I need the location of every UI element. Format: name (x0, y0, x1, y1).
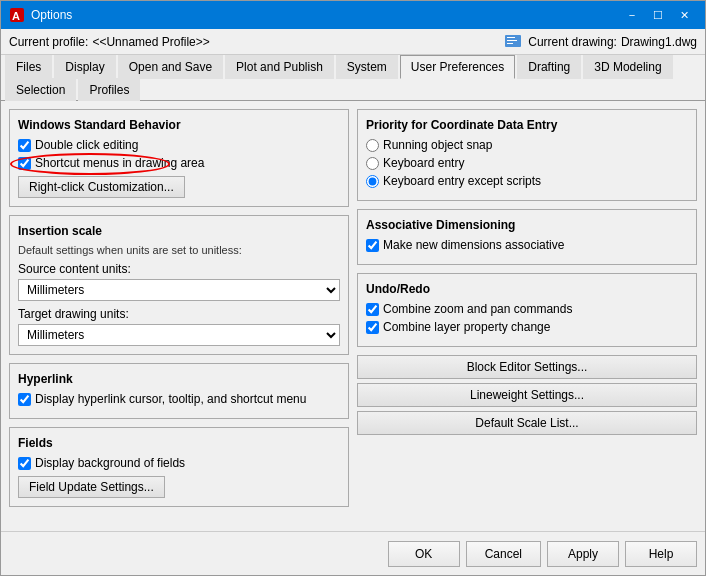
keyboard-radio[interactable] (366, 157, 379, 170)
insertion-scale-section: Insertion scale Default settings when un… (9, 215, 349, 355)
close-button[interactable]: ✕ (671, 5, 697, 25)
fields-section: Fields Display background of fields Fiel… (9, 427, 349, 507)
keyboard-label[interactable]: Keyboard entry (383, 156, 464, 170)
options-window: A Options − ☐ ✕ Current profile: <<Unnam… (0, 0, 706, 576)
shortcut-menus-checkbox[interactable] (18, 157, 31, 170)
double-click-row: Double click editing (18, 138, 340, 152)
insertion-scale-subtitle: Default settings when units are set to u… (18, 244, 340, 256)
current-profile-value: <<Unnamed Profile>> (92, 35, 209, 49)
double-click-label[interactable]: Double click editing (35, 138, 138, 152)
combine-layer-row: Combine layer property change (366, 320, 688, 334)
svg-text:A: A (12, 10, 20, 22)
current-drawing-label: Current drawing: (528, 35, 617, 49)
running-snap-radio[interactable] (366, 139, 379, 152)
make-dimensions-label[interactable]: Make new dimensions associative (383, 238, 564, 252)
combine-zoom-checkbox[interactable] (366, 303, 379, 316)
title-bar-left: A Options (9, 7, 72, 23)
combine-zoom-row: Combine zoom and pan commands (366, 302, 688, 316)
field-update-settings-button[interactable]: Field Update Settings... (18, 476, 165, 498)
title-bar: A Options − ☐ ✕ (1, 1, 705, 29)
keyboard-scripts-label[interactable]: Keyboard entry except scripts (383, 174, 541, 188)
associative-dimensioning-section: Associative Dimensioning Make new dimens… (357, 209, 697, 265)
svg-rect-5 (507, 43, 513, 44)
content-area: Windows Standard Behavior Double click e… (1, 101, 705, 531)
tab-plot-publish[interactable]: Plot and Publish (225, 55, 334, 79)
windows-behavior-section: Windows Standard Behavior Double click e… (9, 109, 349, 207)
radio-keyboard: Keyboard entry (366, 156, 688, 170)
ok-button[interactable]: OK (388, 541, 460, 567)
tab-selection[interactable]: Selection (5, 78, 76, 101)
title-bar-controls: − ☐ ✕ (619, 5, 697, 25)
hyperlink-section: Hyperlink Display hyperlink cursor, tool… (9, 363, 349, 419)
lineweight-settings-button[interactable]: Lineweight Settings... (357, 383, 697, 407)
maximize-button[interactable]: ☐ (645, 5, 671, 25)
coordinate-entry-section: Priority for Coordinate Data Entry Runni… (357, 109, 697, 201)
help-button[interactable]: Help (625, 541, 697, 567)
undo-redo-section: Undo/Redo Combine zoom and pan commands … (357, 273, 697, 347)
right-action-buttons: Block Editor Settings... Lineweight Sett… (357, 355, 697, 439)
fields-bg-row: Display background of fields (18, 456, 340, 470)
minimize-button[interactable]: − (619, 5, 645, 25)
tabs-container: Files Display Open and Save Plot and Pub… (1, 55, 705, 101)
radio-running-snap: Running object snap (366, 138, 688, 152)
undo-redo-title: Undo/Redo (366, 282, 688, 296)
window-title: Options (31, 8, 72, 22)
hyperlink-checkbox[interactable] (18, 393, 31, 406)
associative-dimensioning-title: Associative Dimensioning (366, 218, 688, 232)
right-panel: Priority for Coordinate Data Entry Runni… (357, 109, 697, 523)
fields-title: Fields (18, 436, 340, 450)
windows-behavior-title: Windows Standard Behavior (18, 118, 340, 132)
shortcut-menus-label[interactable]: Shortcut menus in drawing area (35, 156, 204, 170)
cancel-button[interactable]: Cancel (466, 541, 541, 567)
target-units-select[interactable]: Millimeters Inches Feet Meters (18, 324, 340, 346)
svg-rect-4 (507, 40, 517, 41)
footer: OK Cancel Apply Help (1, 531, 705, 575)
svg-rect-3 (507, 37, 515, 38)
tab-user-preferences[interactable]: User Preferences (400, 55, 515, 79)
apply-button[interactable]: Apply (547, 541, 619, 567)
drawing-icon (504, 34, 524, 50)
fields-bg-checkbox[interactable] (18, 457, 31, 470)
radio-keyboard-scripts: Keyboard entry except scripts (366, 174, 688, 188)
combine-zoom-label[interactable]: Combine zoom and pan commands (383, 302, 572, 316)
make-dimensions-checkbox[interactable] (366, 239, 379, 252)
tab-profiles[interactable]: Profiles (78, 78, 140, 101)
current-profile-label: Current profile: (9, 35, 88, 49)
fields-bg-label[interactable]: Display background of fields (35, 456, 185, 470)
hyperlink-label[interactable]: Display hyperlink cursor, tooltip, and s… (35, 392, 306, 406)
combine-layer-checkbox[interactable] (366, 321, 379, 334)
double-click-checkbox[interactable] (18, 139, 31, 152)
target-units-label: Target drawing units: (18, 307, 340, 321)
profile-bar: Current profile: <<Unnamed Profile>> Cur… (1, 29, 705, 55)
keyboard-scripts-radio[interactable] (366, 175, 379, 188)
tab-open-save[interactable]: Open and Save (118, 55, 223, 79)
current-drawing-value: Drawing1.dwg (621, 35, 697, 49)
app-icon: A (9, 7, 25, 23)
combine-layer-label[interactable]: Combine layer property change (383, 320, 550, 334)
hyperlink-title: Hyperlink (18, 372, 340, 386)
block-editor-settings-button[interactable]: Block Editor Settings... (357, 355, 697, 379)
running-snap-label[interactable]: Running object snap (383, 138, 492, 152)
tab-drafting[interactable]: Drafting (517, 55, 581, 79)
make-dimensions-row: Make new dimensions associative (366, 238, 688, 252)
source-units-label: Source content units: (18, 262, 340, 276)
source-units-select[interactable]: Millimeters Inches Feet Meters (18, 279, 340, 301)
tab-files[interactable]: Files (5, 55, 52, 79)
right-click-customization-button[interactable]: Right-click Customization... (18, 176, 185, 198)
tab-system[interactable]: System (336, 55, 398, 79)
insertion-scale-title: Insertion scale (18, 224, 340, 238)
profile-bar-right: Current drawing: Drawing1.dwg (504, 34, 697, 50)
hyperlink-row: Display hyperlink cursor, tooltip, and s… (18, 392, 340, 406)
shortcut-menus-row: Shortcut menus in drawing area (18, 156, 340, 170)
tab-display[interactable]: Display (54, 55, 115, 79)
coordinate-entry-title: Priority for Coordinate Data Entry (366, 118, 688, 132)
default-scale-list-button[interactable]: Default Scale List... (357, 411, 697, 435)
left-panel: Windows Standard Behavior Double click e… (9, 109, 349, 523)
tab-3d-modeling[interactable]: 3D Modeling (583, 55, 672, 79)
